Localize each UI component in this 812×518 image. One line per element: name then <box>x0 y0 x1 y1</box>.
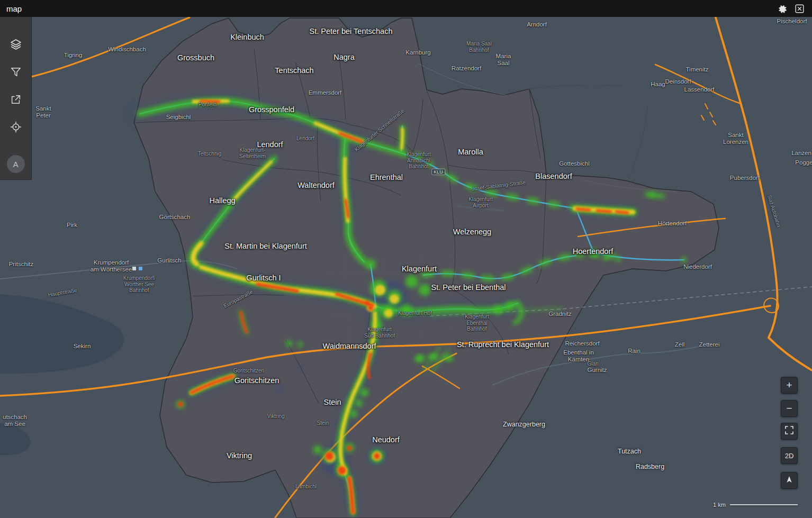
mode-2d-button[interactable]: 2D <box>781 447 798 464</box>
locate-button[interactable] <box>5 116 26 138</box>
basemap-style-button[interactable]: A <box>7 155 25 173</box>
compass-button[interactable] <box>781 472 798 489</box>
close-icon[interactable] <box>793 2 806 15</box>
layers-icon <box>10 38 22 51</box>
titlebar: map <box>0 0 812 17</box>
filter-button[interactable] <box>5 61 26 83</box>
scale-line <box>730 504 798 505</box>
fullscreen-icon <box>785 425 793 437</box>
share-button[interactable] <box>5 89 26 110</box>
share-icon <box>10 94 22 105</box>
zoom-out-button[interactable]: − <box>781 400 798 417</box>
filter-icon <box>10 66 22 78</box>
fullscreen-button[interactable] <box>781 423 798 440</box>
compass-north-icon <box>785 475 793 486</box>
locate-crosshair-icon <box>10 121 22 133</box>
zoom-in-button[interactable]: + <box>781 377 798 394</box>
basemap-svg <box>0 0 812 518</box>
layers-button[interactable] <box>5 34 26 55</box>
settings-gear-icon[interactable] <box>776 2 789 15</box>
map-canvas[interactable]: KleinbuchSt. Peter bei TentschachGrossbu… <box>0 0 812 518</box>
scale-label: 1 km <box>713 502 726 508</box>
window-title: map <box>6 4 22 13</box>
scale-bar: 1 km <box>713 502 798 508</box>
left-toolbar: A <box>0 17 32 180</box>
app-window: KleinbuchSt. Peter bei TentschachGrossbu… <box>0 0 812 518</box>
